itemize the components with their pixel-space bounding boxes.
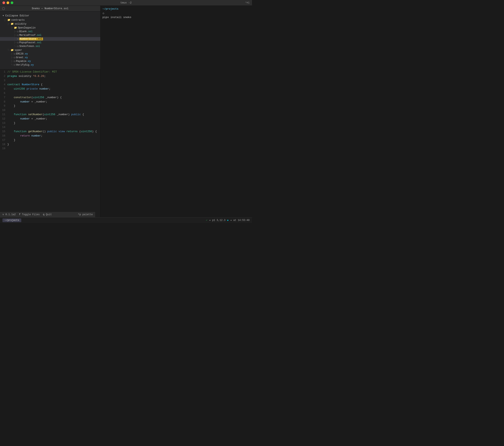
sneko-circle-icon — [2, 7, 5, 10]
tree-connector-icon: ├─ — [14, 38, 17, 40]
code-line-17: 17 } — [0, 138, 100, 142]
maximize-button[interactable] — [11, 1, 13, 4]
tree-connector-icon: ├─ — [11, 26, 14, 29]
folder-contracts[interactable]: ├─ 📁 contracts — [0, 18, 100, 22]
editor-panel: Sneko — NumberStore.sol ▾ Collapse Edito… — [0, 6, 101, 223]
folder-icon: 📁 — [11, 49, 14, 52]
tree-connector-icon: └─ — [11, 63, 14, 66]
file-greet-label: Greet.vy — [16, 56, 28, 59]
folder-icon: 📁 — [14, 26, 17, 29]
file-erc20-vy[interactable]: ├─ □ ERC20.vy — [0, 52, 100, 56]
folder-vyper-label: vyper — [15, 49, 22, 52]
file-icon: □ — [14, 60, 15, 62]
folder-openzeppelin[interactable]: ├─ 📁 OpenZeppelin — [0, 26, 100, 30]
tmux-bar: ~/projects ✓ ◂ p1 3,12.3 ◆ ◂ at 14:55:40 — [0, 217, 252, 223]
file-icon: □ — [14, 57, 15, 59]
file-verifysig-label: VerifySig.vy — [16, 63, 34, 66]
code-line-9: 9 } — [0, 104, 100, 108]
tmux-status: ✓ ◂ p1 3,12.3 ◆ ◂ at 14:55:40 — [206, 219, 250, 222]
code-line-19: 19 — [0, 147, 100, 151]
sneko-header: Sneko — NumberStore.sol — [0, 6, 100, 12]
tmux-time: at 14:55:40 — [233, 219, 250, 222]
collapse-editor-label: Collapse Editor — [5, 14, 29, 17]
code-line-3: 3 — [0, 78, 100, 83]
palette-label: ^p palette — [78, 213, 93, 216]
code-line-12: 12 number = _number; — [0, 117, 100, 121]
file-popup-label: PopupFaucet.sol — [19, 41, 41, 44]
code-line-2: 2 pragma solidity ^0.8.20; — [0, 74, 100, 78]
code-line-8: 8 number = _number; — [0, 100, 100, 104]
status-bar: v 0.1.1a2 f Toggle Files q Quit ^p palet… — [0, 212, 95, 217]
file-merkle-label: MerkleProof.sol — [19, 34, 41, 37]
version-label: v 0.1.1a2 — [2, 213, 16, 216]
tree-connector-icon: ├─ — [11, 56, 14, 59]
check-icon: ✓ — [206, 219, 207, 222]
folder-solidity-label: solidity — [15, 22, 26, 25]
close-button[interactable] — [2, 1, 5, 4]
folder-icon: 📁 — [11, 22, 14, 25]
file-icon: □ — [17, 31, 18, 33]
tree-connector-icon: ├─ — [11, 53, 14, 55]
status-left: v 0.1.1a2 f Toggle Files q Quit — [2, 213, 52, 216]
folder-openzeppelin-label: OpenZeppelin — [18, 26, 36, 29]
keyboard-shortcut: ⌃⌘1 — [245, 1, 250, 4]
terminal-dir-text: ~/projects — [103, 7, 119, 10]
tree-connector-icon: ├─ — [14, 30, 17, 33]
terminal-command-text: pipx install sneko — [103, 16, 131, 19]
tree-connector-icon: ├─ — [4, 19, 7, 21]
code-line-4: 4 contract NumberStore { — [0, 83, 100, 87]
tmux-arrow-icon: ◂ — [230, 219, 232, 222]
file-icon: □ — [14, 53, 15, 55]
tmux-position: p1 3,12.3 — [212, 219, 226, 222]
code-line-18: 18 } — [0, 142, 100, 147]
file-verifysig-vy[interactable]: └─ □ VerifySig.vy — [0, 63, 100, 67]
code-line-1: 1 // SPDX-License-Identifier: MIT — [0, 70, 100, 74]
tree-connector-icon: ├─ — [7, 22, 10, 25]
tree-connector-icon: ├─ — [14, 34, 17, 37]
code-line-7: 7 constructor(uint256 _number) { — [0, 96, 100, 100]
file-icon: □ — [14, 64, 15, 66]
tree-connector-icon: ├─ — [14, 41, 17, 44]
file-payable-vy[interactable]: ├─ □ Payable.vy — [0, 59, 100, 63]
terminal-prompt-circle: ○ — [103, 12, 250, 15]
collapse-editor-header[interactable]: ▾ Collapse Editor — [0, 13, 100, 18]
minimize-button[interactable] — [7, 1, 9, 4]
file-blank-sol[interactable]: ├─ □ Blank.sol — [0, 30, 100, 33]
traffic-lights — [2, 1, 13, 4]
terminal-panel: ~/projects ○ pipx install sneko — [101, 6, 252, 223]
code-editor: 1 // SPDX-License-Identifier: MIT 2 prag… — [0, 69, 100, 223]
tmux-tab[interactable]: ~/projects — [2, 218, 21, 222]
sneko-title: Sneko — NumberStore.sol — [32, 7, 68, 10]
diamond-icon: ◆ — [227, 219, 229, 222]
file-blank-label: Blank.sol — [19, 30, 33, 33]
file-numberstore-sol[interactable]: ├─ □ NumberStore.sol — [0, 37, 100, 41]
folder-vyper[interactable]: └─ 📁 vyper — [0, 48, 100, 52]
window-title: tmux -2 — [120, 1, 132, 4]
file-icon: □ — [17, 38, 18, 40]
file-snekotoken-label: SnekoToken.sol — [19, 45, 40, 48]
folder-solidity[interactable]: ├─ 📁 solidity — [0, 22, 100, 26]
folder-contracts-label: contracts — [11, 19, 25, 21]
file-payable-label: Payable.vy — [16, 60, 31, 63]
terminal-dir: ~/projects — [103, 7, 250, 10]
title-bar: tmux -2 ⌃⌘1 — [0, 0, 252, 6]
toggle-files-label: f Toggle Files — [19, 213, 40, 216]
chevron-down-icon: ▾ — [2, 14, 4, 17]
file-numberstore-label: NumberStore.sol — [19, 38, 43, 40]
tree-connector-icon: └─ — [14, 45, 17, 48]
tree-connector-icon: ├─ — [11, 60, 14, 63]
code-line-16: 16 return number; — [0, 134, 100, 138]
file-greet-vy[interactable]: ├─ □ Greet.vy — [0, 56, 100, 59]
code-line-14: 14 — [0, 125, 100, 130]
quit-label: q Quit — [43, 213, 52, 216]
file-merkle-sol[interactable]: ├─ □ MerkleProof.sol — [0, 33, 100, 37]
code-line-15: 15 function getNumber() public view retu… — [0, 130, 100, 134]
code-line-10: 10 — [0, 108, 100, 113]
file-popup-sol[interactable]: ├─ □ PopupFaucet.sol — [0, 41, 100, 44]
file-icon: □ — [17, 34, 18, 37]
terminal-command[interactable]: pipx install sneko — [103, 15, 250, 19]
code-line-13: 13 } — [0, 121, 100, 125]
tmux-branch-icon: ◂ — [209, 219, 210, 222]
file-icon: □ — [17, 42, 18, 44]
file-snekotoken-sol[interactable]: └─ □ SnekoToken.sol — [0, 44, 100, 48]
